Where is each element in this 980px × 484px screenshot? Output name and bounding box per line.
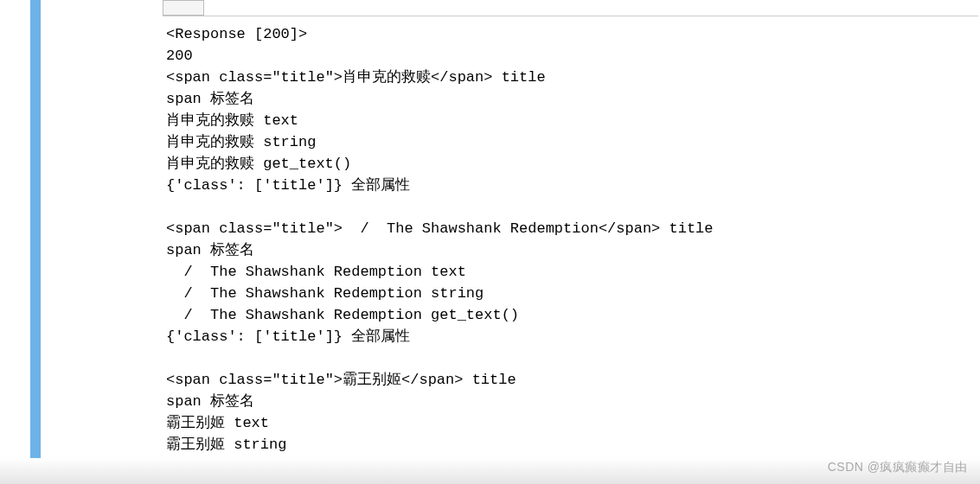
csdn-watermark: CSDN @疯疯癫癫才自由	[828, 460, 968, 475]
content-area: <Response [200]> 200 <span class="title"…	[41, 0, 980, 484]
page-container: <Response [200]> 200 <span class="title"…	[0, 0, 980, 484]
left-blue-stripe	[30, 0, 41, 458]
top-placeholder-box	[163, 0, 204, 16]
console-output: <Response [200]> 200 <span class="title"…	[166, 23, 980, 455]
top-divider	[163, 16, 978, 16]
